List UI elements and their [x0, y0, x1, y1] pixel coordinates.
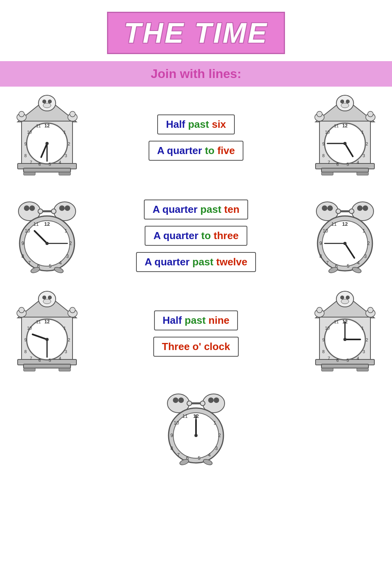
section-3: 12 1 2 3 4 5 6 7 8 9 10 11 Half past nin…: [8, 290, 384, 377]
svg-point-29: [45, 142, 49, 145]
svg-text:3: 3: [364, 254, 367, 259]
svg-point-127: [19, 307, 24, 313]
svg-rect-119: [24, 364, 71, 368]
svg-text:8: 8: [319, 254, 322, 259]
alarm-clock-svg-bottom: 12 1 2 3 4 5 6 7 8 9 10 11: [157, 388, 235, 467]
svg-rect-3: [24, 168, 71, 172]
svg-text:9: 9: [322, 337, 325, 342]
subtitle-bar: Join with lines:: [0, 61, 392, 87]
svg-point-155: [341, 299, 349, 304]
svg-point-11: [19, 111, 24, 117]
svg-text:9: 9: [24, 142, 27, 146]
svg-text:8: 8: [171, 446, 173, 451]
svg-text:11: 11: [334, 123, 339, 128]
svg-text:7: 7: [328, 160, 330, 165]
svg-text:1: 1: [361, 326, 364, 330]
svg-point-129: [70, 307, 75, 313]
svg-text:5: 5: [347, 358, 349, 363]
svg-text:4: 4: [59, 356, 61, 361]
svg-rect-33: [321, 168, 368, 172]
clock-cuckoo-3: 12 1 2 3 4 5 6 7 8 9 10 11: [8, 290, 86, 377]
svg-point-153: [340, 296, 344, 299]
svg-point-125: [43, 299, 51, 304]
svg-point-154: [346, 296, 350, 299]
svg-text:8: 8: [22, 254, 24, 259]
svg-text:5: 5: [49, 162, 51, 167]
clock-cuckoo-2: 12 1 2 3 4 5 6 7 8 9 10 11: [306, 94, 384, 181]
svg-text:9: 9: [319, 241, 322, 246]
svg-point-67: [38, 209, 43, 214]
svg-point-43: [368, 111, 373, 117]
svg-text:12: 12: [342, 221, 348, 227]
svg-text:4: 4: [357, 260, 360, 266]
svg-text:2: 2: [68, 142, 70, 146]
svg-text:12: 12: [44, 123, 50, 129]
svg-text:7: 7: [30, 356, 32, 361]
svg-text:2: 2: [69, 241, 72, 246]
labels-section-1: Half past six A quarter to five: [149, 114, 243, 161]
page-title: THE TIME: [124, 17, 268, 49]
clock-cuckoo-1: 12 1 2 3 4 5 6 7 8 9 10 11: [8, 94, 86, 181]
svg-text:10: 10: [325, 130, 330, 134]
label-quarter-to-three: A quarter to three: [145, 226, 247, 246]
svg-text:11: 11: [182, 414, 188, 419]
svg-point-181: [214, 397, 219, 403]
section-1: 12 1 2 3 4 5 6 7 8 9 10 11 Half past six…: [8, 94, 384, 181]
clock-alarm-bottom: 12 1 2 3 4 5 6 7 8 9 10 11: [157, 388, 235, 467]
svg-rect-5: [59, 172, 71, 175]
svg-text:1: 1: [64, 130, 66, 134]
svg-text:8: 8: [322, 349, 325, 354]
svg-point-85: [45, 242, 49, 245]
svg-point-65: [65, 205, 70, 211]
svg-text:7: 7: [28, 260, 31, 266]
svg-point-8: [48, 100, 52, 103]
svg-text:10: 10: [174, 420, 179, 426]
svg-rect-149: [321, 364, 368, 368]
svg-text:12: 12: [44, 319, 50, 325]
svg-point-145: [45, 338, 49, 341]
svg-text:1: 1: [363, 228, 365, 234]
label-quarter-to-five: A quarter to five: [149, 141, 243, 161]
svg-point-87: [54, 266, 64, 274]
svg-point-201: [194, 434, 198, 437]
svg-text:3: 3: [65, 153, 67, 158]
svg-text:7: 7: [30, 160, 32, 165]
svg-text:9: 9: [171, 433, 173, 438]
svg-text:11: 11: [33, 221, 39, 227]
svg-rect-34: [321, 172, 333, 175]
svg-point-41: [317, 111, 322, 117]
svg-text:6: 6: [38, 358, 41, 363]
alarm-clock-svg-2: 12 1 2 3 4 5 6 7 8 9 10 11: [306, 196, 384, 275]
svg-point-203: [203, 458, 213, 466]
clock-alarm-2: 12 1 2 3 4 5 6 7 8 9 10 11: [306, 196, 384, 275]
svg-text:3: 3: [65, 349, 67, 354]
svg-point-177: [173, 397, 178, 403]
svg-point-124: [48, 296, 52, 299]
svg-point-93: [363, 205, 368, 211]
svg-text:10: 10: [323, 228, 328, 234]
svg-point-159: [368, 307, 373, 313]
cuckoo-clock-svg-3: 12 1 2 3 4 5 6 7 8 9 10 11: [10, 290, 84, 377]
svg-point-92: [357, 205, 363, 211]
svg-text:4: 4: [59, 160, 61, 165]
svg-text:11: 11: [36, 319, 41, 324]
svg-text:1: 1: [65, 228, 67, 234]
svg-text:11: 11: [36, 123, 41, 128]
svg-text:1: 1: [64, 326, 66, 330]
svg-point-180: [208, 397, 214, 403]
cuckoo-clock-svg-4: 12 1 2 3 4 5 6 7 8 9 10 11: [308, 290, 382, 377]
svg-text:6: 6: [336, 358, 339, 363]
svg-text:9: 9: [24, 337, 27, 342]
svg-text:1: 1: [361, 130, 364, 134]
cuckoo-clock-svg-2: 12 1 2 3 4 5 6 7 8 9 10 11: [308, 94, 382, 181]
svg-text:12: 12: [342, 123, 348, 129]
label-half-past-nine: Half past nine: [154, 310, 238, 330]
svg-point-86: [30, 266, 41, 274]
svg-point-13: [70, 111, 75, 117]
svg-rect-150: [321, 368, 333, 371]
svg-text:2: 2: [366, 337, 368, 342]
clock-cuckoo-4: 12 1 2 3 4 5 6 7 8 9 10 11: [306, 290, 384, 377]
svg-text:1: 1: [214, 420, 216, 426]
svg-text:6: 6: [38, 162, 41, 167]
svg-rect-4: [24, 172, 35, 175]
